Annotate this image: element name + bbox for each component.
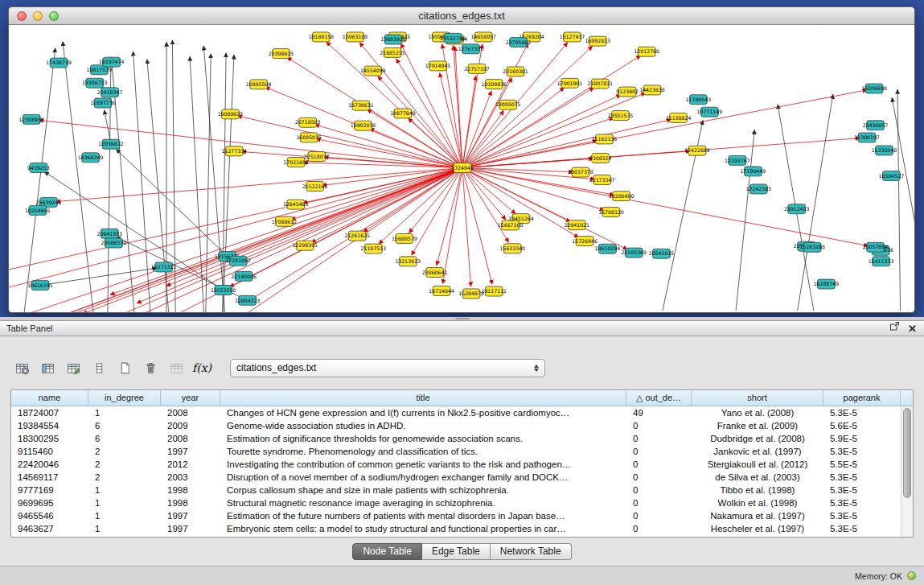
network-node[interactable]: 12242303 [745,184,771,194]
network-node[interactable]: 16504527 [879,171,905,180]
network-node[interactable]: 17914945 [425,61,451,71]
network-node[interactable]: 17190449 [741,167,766,176]
network-node[interactable]: 18197474 [99,57,125,67]
show-columns-button[interactable] [37,357,58,378]
network-node[interactable]: 15633340 [500,244,526,253]
network-node[interactable]: 19200490 [609,192,634,201]
edit-columns-button[interactable] [63,357,84,378]
network-node[interactable]: 9439253 [27,163,50,173]
network-node[interactable]: 22105369 [621,248,647,257]
network-node[interactable]: 17001901 [557,78,583,88]
table-row[interactable]: 1872400712008Changes of HCN gene express… [11,406,913,419]
network-node[interactable]: 16206698 [861,84,887,93]
network-node[interactable]: 16271311 [151,262,177,272]
window-titlebar[interactable]: citations_edges.txt [9,7,914,25]
network-node[interactable]: 14423638 [639,85,665,95]
network-node[interactable]: 22140006 [231,271,257,281]
network-node[interactable]: 11335048 [872,146,897,155]
tab-node-table[interactable]: Node Table [352,543,422,560]
delete-column-button[interactable] [140,357,161,378]
network-node[interactable]: 18180158 [308,32,334,42]
column-header-pagerank[interactable]: pagerank [823,390,901,406]
network-node[interactable]: 12767378 [458,44,484,54]
column-header-out_degree[interactable]: △ out_de… [626,390,692,406]
network-node[interactable]: 14554099 [360,66,386,76]
network-node[interactable]: 22941021 [564,220,589,230]
function-builder-button[interactable]: f(x) [191,357,212,378]
network-node[interactable]: 14650057 [470,32,496,42]
network-node[interactable]: 15963100 [343,32,368,42]
network-node[interactable]: 13213023 [396,257,421,266]
network-node[interactable]: 22018347 [97,88,123,97]
float-panel-icon[interactable] [889,320,901,336]
network-node[interactable]: 12193767 [725,155,750,165]
network-node[interactable]: 15667100 [498,220,524,230]
network-node[interactable]: 12645463 [283,200,309,209]
network-node[interactable]: 11897736 [90,98,116,108]
network-node[interactable]: 21380197 [854,133,880,142]
network-node[interactable]: 10254665 [25,205,51,215]
network-node[interactable]: 22757107 [464,64,490,73]
network-node[interactable]: 21197513 [361,244,387,253]
network-node[interactable]: 21261625 [344,231,370,241]
network-node[interactable]: 13693926 [380,35,406,44]
network-node[interactable]: 16289749 [814,279,840,289]
tab-network-table[interactable]: Network Table [491,543,572,560]
network-node[interactable]: 12012760 [634,47,659,56]
network-node[interactable]: 11277334 [222,146,248,156]
network-canvas[interactable]: 1702169222518037160950152071850318992030… [9,25,914,312]
network-node[interactable]: 16714844 [429,286,454,295]
column-header-year[interactable]: year [161,390,220,406]
column-header-short[interactable]: short [692,390,823,406]
network-node[interactable]: 23551575 [608,111,634,121]
network-node[interactable]: 15680579 [392,233,417,243]
column-header-in_degree[interactable]: in_degree [88,390,161,406]
network-node[interactable]: 23860641 [422,268,448,278]
network-node[interactable]: 21162136 [592,134,618,144]
network-node[interactable]: 21807811 [587,79,613,89]
network-node[interactable]: 10877849 [390,109,416,118]
network-node[interactable]: 10616191 [27,281,53,290]
table-row[interactable]: 1830029562008Estimation of significance … [11,432,913,445]
network-node[interactable]: 19089025 [218,109,244,119]
create-column-button[interactable] [114,357,135,378]
network-node[interactable]: 12804323 [235,295,261,305]
network-node[interactable]: 16992813 [585,36,610,46]
network-node[interactable]: 18610294 [595,244,621,253]
network-node[interactable]: 9308324 [589,153,612,163]
network-node[interactable]: 12308939 [18,114,44,124]
network-node[interactable]: 20037378 [568,167,593,177]
network-node[interactable]: 17088612 [272,216,298,226]
network-node[interactable]: 17438739 [46,58,72,68]
network-node[interactable]: 14368349 [78,153,104,163]
network-node[interactable]: 23160301 [503,67,528,76]
network-node[interactable]: 15411333 [869,257,894,266]
column-settings-button[interactable] [11,357,32,378]
network-graph[interactable]: 1702169222518037160950152071850318992030… [9,25,914,312]
network-node[interactable]: 12422668 [684,146,710,155]
network-node[interactable]: 20086570 [101,238,127,248]
network-node[interactable]: 23430057 [863,121,889,130]
network-node[interactable]: 23912453 [784,204,810,214]
network-node[interactable]: 18992030 [351,121,376,130]
table-row[interactable]: 911546021997Tourette syndrome. Phenomeno… [11,445,913,458]
network-node[interactable]: 13306713 [82,78,108,88]
close-panel-icon[interactable]: ✕ [908,323,917,334]
network-node[interactable]: 23532798 [440,33,466,43]
tab-edge-table[interactable]: Edge Table [422,543,491,560]
network-node[interactable]: 23398615 [269,49,294,59]
scrollbar-thumb[interactable] [903,408,911,498]
network-node[interactable]: 10895504 [246,80,272,89]
table-row[interactable]: 969969511998Structural magnetic resonanc… [11,496,913,509]
table-row[interactable]: 977716911998Corpus callosum shape and si… [11,484,913,496]
import-table-button[interactable] [166,357,187,378]
network-node[interactable]: 12298391 [292,241,318,250]
network-node[interactable]: 15284878 [458,289,484,299]
network-node[interactable]: 20718503 [295,117,321,127]
network-node[interactable]: 15127437 [560,32,585,42]
network-node[interactable]: 12036612 [98,139,124,149]
network-node[interactable]: 13153550 [211,285,236,295]
network-node[interactable]: 11780643 [686,95,712,105]
table-selector[interactable]: citations_edges.txt [230,359,545,377]
network-node[interactable]: 16095015 [296,133,322,142]
